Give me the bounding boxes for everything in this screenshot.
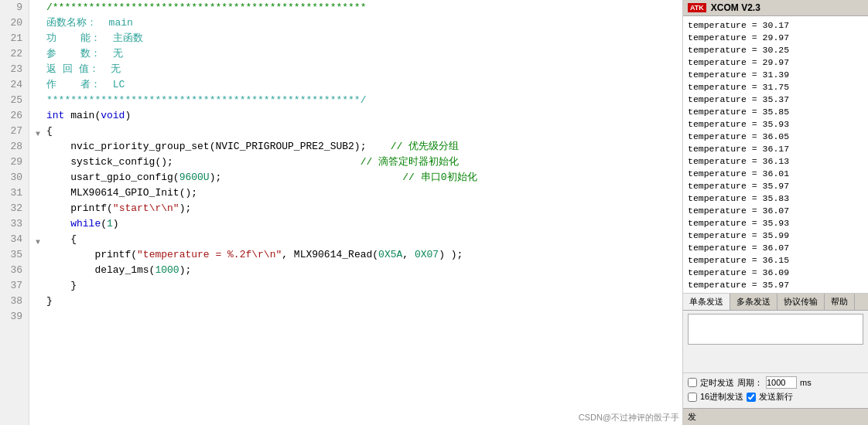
xcom-titlebar: ATK XCOM V2.3 (683, 0, 868, 16)
line-numbers: 9202122232425262728293031323334353637383… (0, 0, 29, 425)
xcom-output-line: temperature = 35.97 (688, 279, 863, 291)
xcom-timer-label: 定时发送 (700, 377, 734, 389)
xcom-output-line: temperature = 36.05 (688, 131, 863, 143)
line-number: 31 (6, 185, 22, 201)
xcom-output-line: temperature = 35.93 (688, 217, 863, 230)
line-number: 21 (6, 31, 22, 46)
xcom-tabs: 单条发送多条发送协议传输帮助 (683, 294, 868, 311)
code-token: { (46, 124, 53, 139)
code-token: while (46, 216, 101, 232)
xcom-output-line: temperature = 36.09 (688, 267, 863, 279)
line-number: 29 (6, 155, 22, 170)
code-token: 0X5A (378, 247, 402, 263)
xcom-option-hex-row: 16进制发送 发送新行 (688, 391, 863, 403)
code-line: ▼{ (36, 124, 676, 139)
xcom-ms-label: ms (800, 378, 812, 387)
code-token: /***************************************… (46, 0, 366, 15)
line-number: 28 (6, 139, 22, 155)
line-number: 30 (6, 170, 22, 185)
line-number: 25 (6, 93, 22, 108)
code-line: ▼ { (36, 232, 676, 247)
code-line: 参 数： 无 (36, 46, 676, 62)
code-line: } (36, 294, 676, 309)
code-token: ); (179, 263, 192, 278)
fold-icon[interactable]: ▼ (36, 127, 45, 136)
code-lines: /***************************************… (29, 0, 682, 425)
code-line: usart_gpio_config(9600U); // 串口0初始化 (36, 170, 676, 185)
line-number: 24 (6, 77, 22, 93)
code-token: usart_gpio_config( (46, 170, 179, 185)
code-token: printf( (46, 201, 113, 216)
code-token: printf( (46, 247, 137, 263)
xcom-period-input[interactable] (766, 376, 797, 389)
code-line: 作 者： LC (36, 77, 676, 93)
xcom-tab[interactable]: 帮助 (825, 294, 855, 310)
xcom-output-line: temperature = 35.85 (688, 106, 863, 118)
xcom-hex-checkbox[interactable] (688, 393, 697, 402)
xcom-options: 定时发送 周期： ms 16进制发送 发送新行 (683, 372, 868, 408)
code-line: ****************************************… (36, 93, 676, 108)
xcom-tab[interactable]: 单条发送 (683, 294, 730, 310)
fold-icon[interactable]: ▼ (36, 235, 45, 244)
code-token: nvic_priority_group_set(NVIC_PRIGROUP_PR… (46, 139, 366, 155)
code-token: ****************************************… (46, 93, 366, 108)
xcom-newline-label: 发送新行 (759, 391, 793, 403)
code-token: main( (64, 108, 101, 124)
code-token: { (46, 232, 77, 247)
code-token: 作 者： LC (46, 77, 125, 93)
line-number: 35 (6, 247, 22, 263)
code-line: nvic_priority_group_set(NVIC_PRIGROUP_PR… (36, 139, 676, 155)
code-token: 0X07 (415, 247, 439, 263)
line-number: 22 (6, 46, 22, 62)
code-line: 函数名称： main (36, 15, 676, 31)
code-token: ) (113, 216, 119, 232)
code-token: // 滴答定时器初始化 (173, 155, 459, 170)
xcom-panel: ATK XCOM V2.3 temperature = 30.17tempera… (682, 0, 868, 425)
line-number: 20 (6, 15, 22, 31)
xcom-output-line: temperature = 36.15 (688, 254, 863, 267)
code-line: systick_config(); // 滴答定时器初始化 (36, 155, 676, 170)
code-token: ( (101, 216, 107, 232)
line-number: 37 (6, 278, 22, 294)
code-token: void (101, 108, 125, 124)
code-token: , MLX90614_Read( (282, 247, 378, 263)
code-token: 参 数： 无 (46, 46, 123, 62)
code-token: // 优先级分组 (366, 139, 459, 155)
xcom-input-field[interactable] (688, 314, 863, 345)
xcom-output-line: temperature = 29.97 (688, 32, 863, 44)
code-token: } (46, 278, 77, 294)
xcom-output-line: temperature = 35.83 (688, 192, 863, 205)
code-line: int main(void) (36, 108, 676, 124)
code-token: 函数名称： main (46, 15, 133, 31)
code-line: while(1) (36, 216, 676, 232)
code-token: 9600U (179, 170, 210, 185)
xcom-output-line: temperature = 30.17 (688, 19, 863, 32)
xcom-output-line: temperature = 36.17 (688, 143, 863, 155)
xcom-tab[interactable]: 协议传输 (777, 294, 825, 310)
xcom-newline-checkbox[interactable] (747, 393, 756, 402)
xcom-timer-checkbox[interactable] (688, 378, 697, 387)
code-line: printf("temperature = %.2f\r\n", MLX9061… (36, 247, 676, 263)
line-number: 27 (6, 124, 22, 139)
xcom-tab[interactable]: 多条发送 (730, 294, 777, 310)
code-token: , (402, 247, 415, 263)
xcom-send-area[interactable] (683, 311, 868, 372)
code-token: int (46, 108, 64, 124)
line-number: 32 (6, 201, 22, 216)
code-token: 1 (107, 216, 113, 232)
xcom-output-line: temperature = 35.93 (688, 118, 863, 131)
code-token: // 串口0初始化 (221, 170, 477, 185)
code-editor: 9202122232425262728293031323334353637383… (0, 0, 682, 425)
xcom-output-line: temperature = 36.07 (688, 242, 863, 254)
code-token: ) ); (439, 247, 463, 263)
xcom-output-line: temperature = 36.13 (688, 155, 863, 168)
line-number: 34 (6, 232, 22, 247)
xcom-output-line: temperature = 30.25 (688, 44, 863, 56)
xcom-title: XCOM V2.3 (711, 2, 760, 13)
xcom-output-line: temperature = 29.97 (688, 56, 863, 69)
xcom-output-line: temperature = 36.01 (688, 168, 863, 180)
watermark: CSDN@不过神评的骰子手 (579, 412, 679, 423)
code-token: "start\r\n" (113, 201, 179, 216)
code-token: systick_config(); (46, 155, 173, 170)
code-line: 返 回 值： 无 (36, 62, 676, 77)
